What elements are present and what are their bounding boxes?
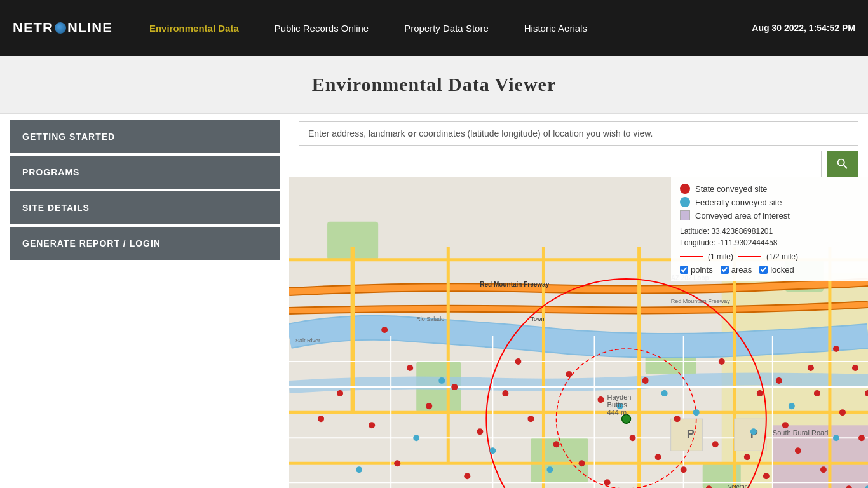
points-label: points <box>691 265 713 274</box>
areas-checkbox-item: areas <box>721 265 752 274</box>
nav-environmental-data[interactable]: Environmental Data <box>132 23 257 34</box>
svg-point-43 <box>369 422 375 428</box>
svg-point-56 <box>858 435 865 441</box>
svg-text:Red Mountain Freeway: Red Mountain Freeway <box>480 281 549 288</box>
svg-point-31 <box>553 441 559 447</box>
svg-point-34 <box>630 435 636 441</box>
legend: State conveyed site Federally conveyed s… <box>671 177 868 281</box>
one-mile-line <box>680 256 703 257</box>
svg-point-61 <box>776 377 782 384</box>
lat-value: 33.423686981201 <box>711 227 773 236</box>
svg-point-66 <box>413 435 419 441</box>
svg-text:Veterans: Veterans <box>728 484 751 488</box>
federal-site-dot <box>680 197 690 207</box>
svg-point-67 <box>489 447 496 454</box>
points-checkbox[interactable] <box>680 266 688 274</box>
map-area: Enter address, landmark or coordinates (… <box>289 114 868 488</box>
svg-point-24 <box>381 327 388 333</box>
conveyed-area-label: Conveyed area of interest <box>695 211 790 220</box>
legend-federal-site: Federally conveyed site <box>680 197 859 207</box>
svg-point-44 <box>394 460 400 466</box>
legend-coords: Latitude: 33.423686981201 Longitude: -11… <box>680 226 859 248</box>
nav-property-data[interactable]: Property Data Store <box>386 23 506 34</box>
svg-point-36 <box>681 466 687 473</box>
svg-text:Hayden: Hayden <box>607 393 632 401</box>
svg-text:Red Mountain Freeway: Red Mountain Freeway <box>671 298 731 304</box>
svg-point-33 <box>604 479 611 485</box>
search-area: Enter address, landmark or coordinates (… <box>289 114 868 177</box>
map-container[interactable]: State conveyed site Federally conveyed s… <box>289 177 868 488</box>
svg-point-60 <box>808 365 814 371</box>
logo-area: NETRNLINE <box>13 20 112 36</box>
main-content: GETTING STARTED PROGRAMS SITE DETAILS GE… <box>0 114 868 488</box>
svg-rect-7 <box>531 438 588 482</box>
svg-point-41 <box>820 466 827 473</box>
svg-point-72 <box>693 409 700 416</box>
one-mile-label: (1 mile) <box>708 252 733 261</box>
svg-point-32 <box>579 460 585 466</box>
legend-state-site: State conveyed site <box>680 184 859 194</box>
site-details-button[interactable]: SITE DETAILS <box>10 191 280 224</box>
conveyed-area-square <box>680 210 690 220</box>
svg-text:Salt River: Salt River <box>295 337 320 344</box>
svg-point-25 <box>407 365 413 371</box>
svg-point-40 <box>795 447 801 454</box>
svg-point-74 <box>789 403 795 409</box>
legend-conveyed-area: Conveyed area of interest <box>680 210 859 220</box>
svg-point-63 <box>719 358 725 365</box>
svg-point-54 <box>814 390 820 396</box>
svg-point-59 <box>833 346 839 352</box>
legend-circles: (1 mile) (1/2 mile) <box>680 252 859 261</box>
areas-label: areas <box>731 265 752 274</box>
svg-text:Town: Town <box>531 316 544 322</box>
logo-text: NETRNLINE <box>13 20 112 36</box>
state-site-dot <box>680 184 690 194</box>
nav-historic-aerials[interactable]: Historic Aerials <box>506 23 605 34</box>
points-checkbox-item: points <box>680 265 713 274</box>
svg-point-47 <box>566 371 572 377</box>
lng-label: Longitude: <box>680 238 715 247</box>
svg-point-46 <box>515 358 521 365</box>
nav: Environmental Data Public Records Online… <box>132 23 752 34</box>
title-banner: Environmental Data Viewer <box>0 56 868 114</box>
svg-point-68 <box>546 466 553 473</box>
svg-point-78 <box>438 377 445 384</box>
svg-point-52 <box>744 454 750 460</box>
sidebar: GETTING STARTED PROGRAMS SITE DETAILS GE… <box>0 114 289 488</box>
search-row <box>299 151 858 177</box>
federal-site-label: Federally conveyed site <box>695 198 782 207</box>
svg-point-77 <box>356 466 362 473</box>
svg-point-30 <box>527 416 534 422</box>
getting-started-button[interactable]: GETTING STARTED <box>10 120 280 153</box>
svg-text:444 m: 444 m <box>607 409 627 416</box>
locked-label: locked <box>770 265 794 274</box>
lat-label: Latitude: <box>680 227 709 236</box>
areas-checkbox[interactable] <box>721 266 729 274</box>
svg-point-73 <box>750 428 757 435</box>
svg-point-65 <box>318 416 324 422</box>
svg-text:Buttes: Buttes <box>607 401 628 409</box>
page-title: Environmental Data Viewer <box>0 74 868 95</box>
svg-point-58 <box>852 365 858 371</box>
nav-public-records[interactable]: Public Records Online <box>257 23 386 34</box>
search-button[interactable] <box>827 151 858 177</box>
generate-report-button[interactable]: GENERATE REPORT / LOGIN <box>10 227 280 260</box>
search-input[interactable] <box>299 151 822 177</box>
search-hint: Enter address, landmark or coordinates (… <box>299 121 858 146</box>
state-site-label: State conveyed site <box>695 184 767 194</box>
programs-button[interactable]: PROGRAMS <box>10 156 280 189</box>
half-mile-line <box>738 256 761 257</box>
svg-point-51 <box>712 441 719 447</box>
search-icon <box>836 157 850 171</box>
svg-point-71 <box>661 390 668 396</box>
datetime: Aug 30 2022, 1:54:52 PM <box>752 23 855 33</box>
svg-point-49 <box>642 377 649 384</box>
svg-point-35 <box>655 454 661 460</box>
svg-point-53 <box>782 422 789 428</box>
svg-text:Rio Salado: Rio Salado <box>416 316 444 322</box>
svg-point-26 <box>426 403 432 409</box>
half-mile-label: (1/2 mile) <box>766 252 798 261</box>
locked-checkbox[interactable] <box>759 266 768 274</box>
svg-point-75 <box>833 435 839 441</box>
legend-checkboxes: points areas locked <box>680 265 859 274</box>
